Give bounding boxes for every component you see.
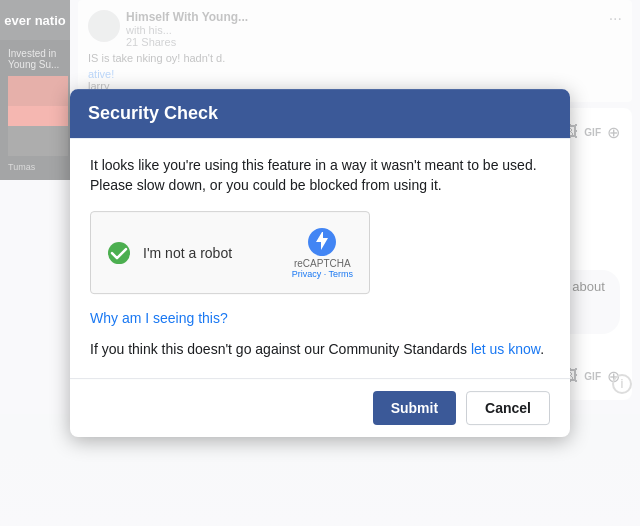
submit-button[interactable]: Submit xyxy=(373,391,456,425)
recaptcha-checkmark xyxy=(107,241,131,265)
recaptcha-brand-name: reCAPTCHA xyxy=(294,258,351,269)
community-standards-text: If you think this doesn't go against our… xyxy=(90,340,550,360)
recaptcha-widget[interactable]: I'm not a robot reCAPTCHA Privacy · Term… xyxy=(90,211,370,294)
modal-title: Security Check xyxy=(88,103,218,123)
recaptcha-privacy-terms: Privacy · Terms xyxy=(292,269,353,279)
modal-message: It looks like you're using this feature … xyxy=(90,156,550,195)
why-am-i-seeing-this-link[interactable]: Why am I seeing this? xyxy=(90,310,550,326)
let-us-know-link[interactable]: let us know xyxy=(471,341,540,357)
cancel-button[interactable]: Cancel xyxy=(466,391,550,425)
security-check-modal: Security Check It looks like you're usin… xyxy=(70,89,570,437)
recaptcha-label: I'm not a robot xyxy=(143,245,232,261)
recaptcha-branding: reCAPTCHA Privacy · Terms xyxy=(292,226,353,279)
modal-body: It looks like you're using this feature … xyxy=(70,138,570,378)
modal-footer: Submit Cancel xyxy=(70,378,570,437)
recaptcha-logo-icon xyxy=(306,226,338,258)
modal-header: Security Check xyxy=(70,89,570,138)
